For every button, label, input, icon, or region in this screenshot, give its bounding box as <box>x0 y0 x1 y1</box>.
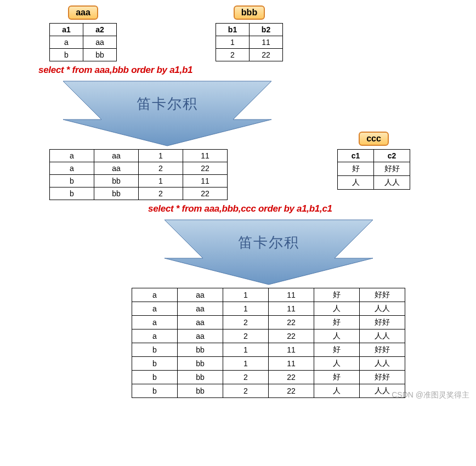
td: aa <box>94 150 139 162</box>
td: 2 <box>223 316 269 329</box>
td: 好好 <box>374 162 410 176</box>
td: a <box>50 36 83 49</box>
badge-ccc: ccc <box>359 132 389 146</box>
td: 人人 <box>360 302 405 316</box>
td: 2 <box>223 384 269 398</box>
arrow-label: 笛卡尔积 <box>63 94 271 113</box>
td: a <box>50 150 94 162</box>
table-aaa: a1a2 aaa bbb <box>49 23 117 61</box>
sql-statement-1: select * from aaa,bbb order by a1,b1 <box>38 65 471 76</box>
td: 22 <box>269 384 314 398</box>
td: aa <box>94 162 139 175</box>
th: c1 <box>338 150 374 162</box>
th: a2 <box>83 24 117 36</box>
watermark: CSDN @准图灵奖得主 <box>392 390 469 400</box>
td: b <box>132 357 178 371</box>
td: a <box>50 162 94 175</box>
td: b <box>50 49 83 61</box>
td: bb <box>178 343 223 357</box>
td: 好 <box>314 371 360 384</box>
td: 11 <box>183 175 228 187</box>
td: 人 <box>314 302 360 316</box>
td: 11 <box>269 357 314 371</box>
arrow-cartesian-2: 笛卡尔积 <box>165 214 373 286</box>
td: 好好 <box>360 288 405 302</box>
td: 22 <box>183 187 228 200</box>
td: 人人 <box>360 357 405 371</box>
td: 好 <box>314 288 360 302</box>
th: b1 <box>216 24 250 36</box>
td: b <box>132 343 178 357</box>
td: 2 <box>139 162 183 175</box>
arrow-label: 笛卡尔积 <box>165 233 373 252</box>
td: 22 <box>269 329 314 343</box>
td: aa <box>178 316 223 329</box>
td: bb <box>178 371 223 384</box>
td: 人 <box>314 329 360 343</box>
arrow-cartesian-1: 笛卡尔积 <box>63 76 271 147</box>
td: a <box>132 302 178 316</box>
td: 22 <box>183 162 228 175</box>
badge-bbb: bbb <box>234 5 265 20</box>
td: a <box>132 316 178 329</box>
td: 好好 <box>360 316 405 329</box>
td: 1 <box>223 343 269 357</box>
td: 11 <box>269 343 314 357</box>
td: b <box>132 384 178 398</box>
table-result-1: aaa111 aaa222 bbb111 bbb222 <box>49 149 228 200</box>
td: 人 <box>314 384 360 398</box>
td: 1 <box>223 357 269 371</box>
td: aa <box>178 302 223 316</box>
table-result-2: aaa111好好好 aaa111人人人 aaa222好好好 aaa222人人人 … <box>132 288 405 398</box>
td: 人 <box>338 176 374 190</box>
td: b <box>50 175 94 187</box>
td: b <box>132 371 178 384</box>
td: 2 <box>139 187 183 200</box>
table-bbb: b1b2 111 222 <box>216 23 283 61</box>
td: 1 <box>139 175 183 187</box>
td: 好 <box>338 162 374 176</box>
td: 1 <box>216 36 250 49</box>
td: 好 <box>314 343 360 357</box>
th: a1 <box>50 24 83 36</box>
td: aa <box>178 288 223 302</box>
td: 22 <box>269 371 314 384</box>
td: bb <box>83 49 117 61</box>
td: 1 <box>139 150 183 162</box>
td: a <box>132 288 178 302</box>
td: bb <box>94 187 139 200</box>
td: aa <box>178 329 223 343</box>
td: 11 <box>250 36 283 49</box>
td: 11 <box>269 288 314 302</box>
td: b <box>50 187 94 200</box>
td: 人人 <box>360 329 405 343</box>
td: 1 <box>223 302 269 316</box>
td: 人 <box>314 357 360 371</box>
svg-marker-0 <box>63 81 271 146</box>
td: 2 <box>223 329 269 343</box>
td: 好好 <box>360 371 405 384</box>
td: bb <box>94 175 139 187</box>
th: c2 <box>374 150 410 162</box>
td: aa <box>83 36 117 49</box>
table-ccc: c1c2 好好好 人人人 <box>337 149 410 190</box>
td: 1 <box>223 288 269 302</box>
td: 好好 <box>360 343 405 357</box>
td: 22 <box>250 49 283 61</box>
td: 好 <box>314 316 360 329</box>
td: 11 <box>183 150 228 162</box>
td: 2 <box>216 49 250 61</box>
td: bb <box>178 357 223 371</box>
badge-aaa: aaa <box>68 5 98 20</box>
th: b2 <box>250 24 283 36</box>
sql-statement-2: select * from aaa,bbb,ccc order by a1,b1… <box>148 203 471 214</box>
td: a <box>132 329 178 343</box>
td: bb <box>178 384 223 398</box>
td: 11 <box>269 302 314 316</box>
td: 2 <box>223 371 269 384</box>
td: 22 <box>269 316 314 329</box>
svg-marker-1 <box>165 220 373 285</box>
td: 人人 <box>374 176 410 190</box>
